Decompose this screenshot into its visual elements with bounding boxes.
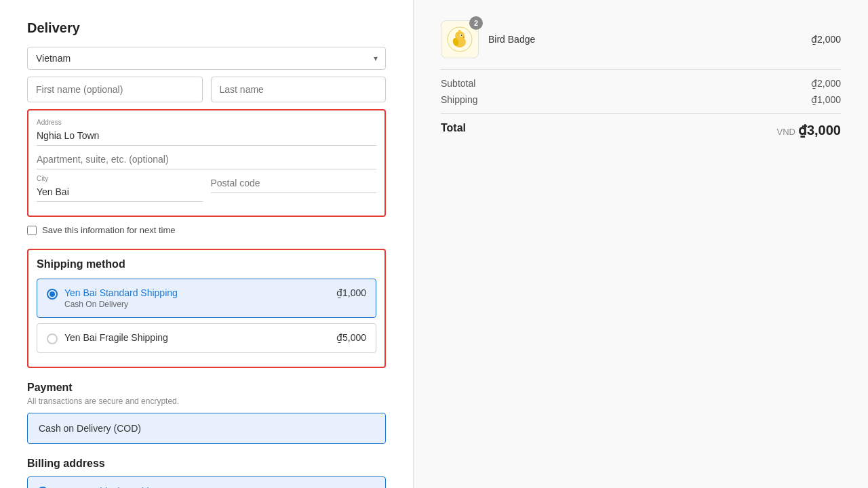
radio-fragile	[47, 333, 58, 344]
last-name-input[interactable]	[211, 77, 387, 102]
summary-divider-2	[441, 113, 841, 114]
shipping-option-standard-name: Yen Bai Standard Shipping	[64, 287, 330, 298]
address-field: Address	[37, 119, 376, 146]
total-value: ₫3,000	[798, 123, 841, 138]
shipping-cost-row: Shipping ₫1,000	[441, 94, 841, 105]
bird-badge-image	[446, 26, 473, 53]
subtotal-label: Subtotal	[441, 78, 475, 89]
city-postal-row: City	[37, 175, 376, 207]
apt-input[interactable]	[37, 151, 376, 169]
postal-input[interactable]	[211, 175, 377, 193]
payment-subtitle: All transactions are secure and encrypte…	[27, 396, 386, 406]
name-row	[27, 77, 386, 102]
country-select-wrapper: Vietnam ▾	[27, 47, 386, 70]
shipping-option-standard-info: Yen Bai Standard Shipping Cash On Delive…	[64, 287, 330, 309]
payment-section: Payment All transactions are secure and …	[27, 382, 386, 444]
total-label: Total	[441, 122, 466, 138]
city-label: City	[37, 175, 203, 182]
billing-option-same[interactable]: Same as shipping address	[27, 476, 386, 488]
product-price: ₫2,000	[811, 34, 841, 45]
shipping-cost-value: ₫1,000	[811, 94, 841, 105]
billing-title: Billing address	[27, 458, 386, 470]
apt-field	[37, 151, 376, 169]
last-name-field	[211, 77, 387, 102]
shipping-method-block: Shipping method Yen Bai Standard Shippin…	[27, 249, 386, 368]
subtotal-value: ₫2,000	[811, 78, 841, 89]
total-currency: VND	[776, 127, 795, 137]
shipping-option-standard-price: ₫1,000	[336, 287, 366, 298]
postal-field	[211, 175, 377, 207]
address-label: Address	[37, 119, 376, 126]
shipping-option-standard-sub: Cash On Delivery	[64, 300, 330, 309]
shipping-option-standard[interactable]: Yen Bai Standard Shipping Cash On Delive…	[37, 279, 376, 318]
first-name-input[interactable]	[27, 77, 203, 102]
order-summary-panel: 2 Bird Badge ₫2,000 Subtotal ₫2,000 Ship…	[414, 0, 868, 488]
product-quantity-badge: 2	[469, 16, 483, 30]
address-block: Address City	[27, 109, 386, 217]
product-name: Bird Badge	[488, 34, 802, 45]
total-row: Total VND₫3,000	[441, 122, 841, 138]
shipping-option-fragile-name: Yen Bai Fragile Shipping	[64, 332, 330, 343]
address-input[interactable]	[37, 127, 376, 146]
save-info-row: Save this information for next time	[27, 225, 386, 235]
subtotal-row: Subtotal ₫2,000	[441, 78, 841, 89]
city-input[interactable]	[37, 184, 203, 202]
city-field: City	[37, 175, 203, 202]
shipping-method-title: Shipping method	[37, 258, 376, 270]
payment-option-cod[interactable]: Cash on Delivery (COD)	[27, 413, 386, 444]
billing-section: Billing address Same as shipping address…	[27, 458, 386, 488]
shipping-option-fragile-info: Yen Bai Fragile Shipping	[64, 332, 330, 343]
product-image-wrapper: 2	[441, 20, 479, 58]
save-info-checkbox[interactable]	[27, 226, 37, 235]
radio-standard	[47, 289, 58, 300]
shipping-option-fragile-price: ₫5,000	[336, 332, 366, 343]
order-item: 2 Bird Badge ₫2,000	[441, 20, 841, 58]
first-name-field	[27, 77, 203, 102]
svg-point-4	[461, 35, 462, 36]
total-value-wrapper: VND₫3,000	[776, 122, 841, 138]
save-info-label: Save this information for next time	[42, 225, 176, 235]
shipping-cost-label: Shipping	[441, 94, 478, 105]
summary-divider-1	[441, 69, 841, 70]
delivery-title: Delivery	[27, 20, 386, 36]
shipping-option-fragile[interactable]: Yen Bai Fragile Shipping ₫5,000	[37, 323, 376, 353]
country-select[interactable]: Vietnam	[27, 47, 386, 70]
payment-title: Payment	[27, 382, 386, 394]
